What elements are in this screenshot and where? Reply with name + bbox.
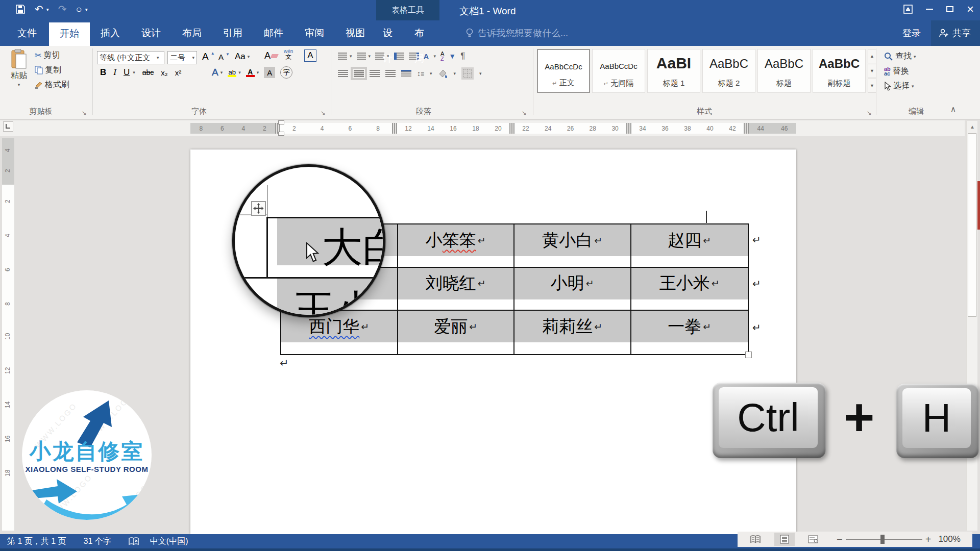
zoom-slider-thumb[interactable] [880,535,885,544]
undo-icon[interactable]: ↶ [35,3,43,15]
maximize-icon[interactable] [946,6,953,12]
page-indicator[interactable]: 第 1 页，共 1 页 [7,536,66,547]
zoom-in-button[interactable]: + [925,534,932,545]
grow-font-button[interactable]: A▲ [202,51,215,62]
tab-home[interactable]: 开始 [49,22,90,46]
print-layout-icon[interactable] [774,533,795,546]
tab-table-layout[interactable]: 布局 [408,20,439,46]
sign-in-button[interactable]: 登录 [892,27,931,39]
numbering-dropdown-icon[interactable]: ▾ [369,54,371,59]
character-shading-button[interactable]: A [264,67,275,78]
borders-button[interactable] [461,67,474,80]
scrollbar-thumb[interactable] [968,133,976,317]
paste-button[interactable]: 粘贴 ▾ [5,49,33,87]
character-border-button[interactable]: A [304,49,316,62]
touch-mode-icon[interactable]: ○ [76,4,82,15]
numbering-button[interactable] [357,53,366,60]
find-button[interactable]: 查找 ▾ [884,51,916,62]
font-name-combobox[interactable]: 等线 (中文正文 ▾ [97,51,164,64]
italic-button[interactable]: I [113,67,116,78]
tab-table-design[interactable]: 设计 [376,20,408,46]
asian-layout-button[interactable]: A [424,52,429,61]
bullets-button[interactable] [338,53,347,60]
table-column-marker[interactable] [392,123,397,134]
minimize-icon[interactable] [926,9,933,10]
styles-scroll-down-icon[interactable]: ▼ [868,64,876,78]
table-cell[interactable]: 赵四↵ [631,224,748,268]
font-dialog-launcher-icon[interactable]: ↘ [321,109,326,116]
asian-layout-dropdown-icon[interactable]: ▾ [433,54,436,59]
table-cell[interactable]: 一拳↵ [631,311,748,354]
proofing-icon[interactable] [129,537,140,545]
strikethrough-button[interactable]: abc [142,68,154,77]
web-layout-icon[interactable] [803,533,823,546]
collapse-ribbon-icon[interactable]: ∧ [950,105,956,114]
styles-gallery-more-icon[interactable]: ▼ [868,79,876,93]
style-no-spacing[interactable]: AaBbCcDc ↵ 无间隔 [592,49,645,93]
undo-dropdown-icon[interactable]: ▾ [46,7,49,12]
table-cell[interactable]: 莉莉丝↵ [514,311,631,354]
table-column-marker[interactable] [509,123,514,134]
superscript-button[interactable]: x² [175,68,182,77]
replace-button[interactable]: ab ac 替换 [884,66,909,77]
line-spacing-dropdown-icon[interactable]: ▾ [430,71,432,76]
style-heading2[interactable]: AaBbC 标题 2 [702,49,755,93]
font-color-button[interactable]: A [246,68,255,77]
table-cell[interactable]: 刘晓红↵ [398,268,515,311]
highlight-button[interactable]: ab [228,68,236,77]
underline-dropdown-icon[interactable]: ▾ [133,70,135,75]
enclose-characters-button[interactable]: 字 [280,66,292,79]
tab-layout[interactable]: 布局 [172,20,212,46]
align-center-button[interactable] [354,70,364,77]
borders-dropdown-icon[interactable]: ▾ [479,71,482,76]
bold-button[interactable]: B [100,67,106,78]
bullets-dropdown-icon[interactable]: ▾ [350,54,352,59]
decrease-indent-button[interactable] [394,53,404,60]
first-line-indent-marker[interactable] [278,120,284,124]
style-subtitle[interactable]: AaBbC 副标题 [813,49,866,93]
table-cell[interactable]: 西门华↵ [281,311,398,354]
table-cell[interactable]: 小笨笨↵ [398,224,515,268]
zoom-slider[interactable] [846,539,922,540]
zoom-out-button[interactable]: − [837,534,843,545]
highlight-dropdown-icon[interactable]: ▾ [238,70,241,75]
styles-scroll-up-icon[interactable]: ▲ [868,49,876,63]
distribute-button[interactable] [401,70,411,77]
hanging-indent-marker[interactable] [278,132,284,136]
clear-formatting-button[interactable]: A [264,51,278,61]
sort-button[interactable]: A Z [440,51,444,61]
text-effects-dropdown-icon[interactable]: ▾ [220,70,223,75]
vertical-scrollbar[interactable]: ▲ [966,121,977,531]
tab-selector[interactable] [3,121,13,132]
clipboard-dialog-launcher-icon[interactable]: ↘ [82,109,87,116]
table-resize-handle[interactable] [745,352,752,358]
tab-insert[interactable]: 插入 [90,20,131,46]
scroll-up-icon[interactable]: ▲ [967,121,978,132]
underline-button[interactable]: U [124,67,130,78]
shading-button[interactable] [438,69,448,78]
table-move-handle[interactable] [251,201,266,216]
tab-review[interactable]: 审阅 [294,20,335,46]
table-cell[interactable]: 黄小白↵ [514,224,631,268]
tab-file[interactable]: 文件 [5,20,49,46]
phonetic-guide-button[interactable]: wén 文 [284,48,293,60]
ribbon-display-options-icon[interactable] [903,5,913,14]
text-effects-button[interactable]: A [212,67,218,78]
table-cell[interactable]: 小明↵ [514,268,631,311]
tab-view[interactable]: 视图 [335,20,376,46]
select-button[interactable]: 选择 ▾ [884,81,914,91]
word-count[interactable]: 31 个字 [84,536,111,547]
align-right-button[interactable] [370,70,380,77]
style-normal[interactable]: AaBbCcDc ↵ 正文 [537,49,590,93]
show-hide-marks-button[interactable]: ¶ [460,51,465,61]
style-title[interactable]: AaBbC 标题 [757,49,811,93]
language-indicator[interactable]: 中文(中国) [150,536,188,547]
table-cell[interactable]: 王小米↵ [631,268,748,311]
font-color-dropdown-icon[interactable]: ▾ [257,70,259,75]
change-case-button[interactable]: Aa▾ [235,52,250,62]
shading-dropdown-icon[interactable]: ▾ [454,71,456,76]
subscript-button[interactable]: x₂ [161,68,167,77]
tell-me-box[interactable]: 告诉我您想要做什么... [465,27,568,39]
table-column-marker[interactable] [626,123,631,134]
table-column-marker[interactable] [744,123,749,134]
